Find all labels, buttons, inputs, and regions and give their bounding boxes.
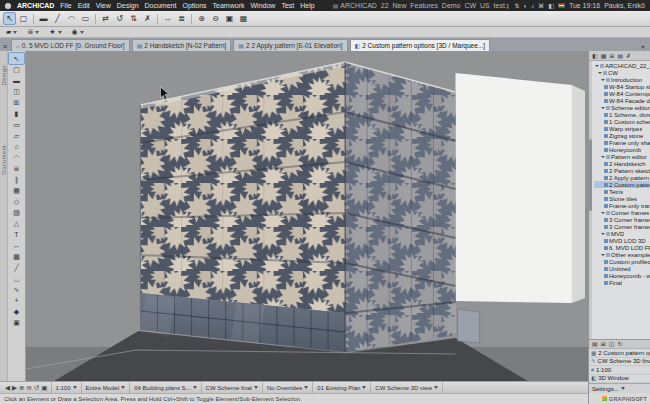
navigator-tree-item[interactable]: W-84 Contemporar... xyxy=(594,90,650,97)
layout-book-icon[interactable]: ▤ xyxy=(617,53,623,59)
layer-combination-value[interactable]: ✎ CW Scheme 3D final xyxy=(589,358,650,367)
navigator-tree-item[interactable]: 2 Apply pattern xyxy=(594,174,650,181)
navigator-tree-item[interactable]: 2 Custom pattern... xyxy=(594,181,650,188)
wall-tool-icon[interactable]: ▬ xyxy=(9,75,24,86)
control-center-menu-extra-icon[interactable]: ◧ xyxy=(548,3,554,9)
navigator-tree-item[interactable]: Tetris xyxy=(594,188,650,195)
navigator-tree-item[interactable]: 6. MVD LOD FF xyxy=(594,244,650,251)
navigator-tree-item[interactable]: 2 Handsketch xyxy=(594,160,650,167)
move-icon[interactable]: ⇄ xyxy=(99,12,112,25)
camera-tool-icon[interactable]: ▣ xyxy=(9,317,24,328)
navigator-tree-item[interactable]: Scheme editor xyxy=(594,104,650,111)
menu-options[interactable]: Options xyxy=(182,2,206,9)
zoom-in-icon[interactable]: ⊕ xyxy=(19,384,24,392)
properties-icon[interactable]: ▤ xyxy=(592,341,598,347)
back-icon[interactable]: ◀ xyxy=(5,384,10,392)
marquee-tool-icon[interactable]: ▢ xyxy=(17,12,30,25)
orbit-icon[interactable]: ↺ xyxy=(34,384,39,392)
tab-list-icon[interactable]: ≡ xyxy=(3,43,7,50)
pen-set-selector[interactable]: CW Scheme final xyxy=(202,382,263,393)
navigator-tree-item[interactable]: Unitized xyxy=(594,265,650,272)
marquee-tool-icon[interactable]: ▢ xyxy=(9,64,24,75)
menu-design[interactable]: Design xyxy=(117,2,139,9)
pen-set-dropdown[interactable]: ▰ xyxy=(4,28,19,36)
navigator-tree-item[interactable]: Honeycomb - wind... xyxy=(594,272,650,279)
navigator-tree-item[interactable]: Corner frames xyxy=(594,209,650,216)
tree-expand-icon[interactable] xyxy=(601,156,605,158)
zone-tool-icon[interactable]: ▨ xyxy=(9,207,24,218)
beam-tool-icon[interactable]: ▭ xyxy=(9,119,24,130)
dimension-tool-icon[interactable]: ↔ xyxy=(9,240,24,251)
dimension-icon[interactable]: ↔ xyxy=(161,12,174,25)
tab-custom-pattern-options[interactable]: ◧ 2 Custom pattern options [3D / Marquee… xyxy=(350,39,491,51)
project-map-icon[interactable]: ▦ xyxy=(601,53,607,59)
menubar-user[interactable]: Pauks, Enikő xyxy=(604,2,645,9)
settings-button[interactable]: Settings... xyxy=(589,383,650,393)
layer-combination-dropdown[interactable]: ≣ xyxy=(25,28,41,36)
new-view-icon[interactable]: ⊞ xyxy=(601,341,606,347)
menu-teamwork[interactable]: Teamwork xyxy=(213,2,245,9)
tree-expand-icon[interactable] xyxy=(601,107,605,109)
tree-scrollbar[interactable] xyxy=(589,61,592,339)
window-tool-icon[interactable]: ⊞ xyxy=(9,97,24,108)
tab-apply-pattern[interactable]: ▤ 2 2 Apply pattern [E-01 Elevation] xyxy=(233,39,347,51)
navigator-tree-item[interactable]: W-84 Startup slide xyxy=(594,83,650,90)
navigator-tree-item[interactable]: CW xyxy=(594,69,650,76)
navigator-tree-item[interactable]: Other examples xyxy=(594,251,650,258)
line-tool-icon[interactable]: ╱ xyxy=(51,12,64,25)
mirror-icon[interactable]: ⇅ xyxy=(127,12,140,25)
close-icon[interactable]: ✗ xyxy=(626,53,631,59)
renovation-filter-selector[interactable]: 01 Existing Plan xyxy=(313,382,371,393)
menu-view[interactable]: View xyxy=(96,2,111,9)
layer-combination-selector[interactable]: 04 Building plans S... xyxy=(130,382,201,393)
spline-tool-icon[interactable]: ∿ xyxy=(9,284,24,295)
input-language-flag-icon[interactable] xyxy=(558,3,565,8)
rotate-icon[interactable]: ↺ xyxy=(113,12,126,25)
navigator-tree-item[interactable]: MVD xyxy=(594,230,650,237)
hotspot-tool-icon[interactable]: + xyxy=(9,295,24,306)
zoom-out-icon[interactable]: ⊖ xyxy=(209,12,222,25)
navigator-tree-item[interactable]: 3 Corner frames xyxy=(594,216,650,223)
morph-tool-icon[interactable]: ◇ xyxy=(9,196,24,207)
project-chooser-icon[interactable]: ◧ xyxy=(592,53,598,59)
display-menu-extra-icon[interactable]: ◐ xyxy=(524,3,528,9)
clone-icon[interactable]: ◫ xyxy=(609,341,615,347)
menu-help[interactable]: Help xyxy=(300,2,314,9)
navigator-tree-item[interactable]: Custom profiled fr... xyxy=(594,258,650,265)
tree-expand-icon[interactable] xyxy=(601,254,605,256)
navigator-tree-item[interactable]: MVD LOD 3D xyxy=(594,237,650,244)
line-tool-icon[interactable]: ╱ xyxy=(9,262,24,273)
shell-tool-icon[interactable]: ◠ xyxy=(9,152,24,163)
roof-tool-icon[interactable]: ⌂ xyxy=(9,141,24,152)
menu-window[interactable]: Window xyxy=(250,2,275,9)
layers-icon[interactable]: ≣ xyxy=(175,12,188,25)
app-menu[interactable]: ARCHICAD xyxy=(17,2,54,9)
split-icon[interactable]: ✗ xyxy=(141,12,154,25)
door-tool-icon[interactable]: ◫ xyxy=(9,86,24,97)
current-view-name[interactable]: ▦ 2 Custom pattern optio... xyxy=(589,349,650,358)
spotlight-menu-extra-icon[interactable]: ⌘ xyxy=(538,3,544,9)
tab-ground-floor[interactable]: ⌂ 0. 5 MVD LOD FF [0. Ground Floor] xyxy=(11,39,130,51)
navigator-tree-item[interactable]: Honeycomb xyxy=(594,146,650,153)
fit-in-window-icon[interactable]: ▣ xyxy=(223,12,236,25)
stair-tool-icon[interactable]: ≣ xyxy=(9,163,24,174)
navigator-tree-item[interactable]: Final xyxy=(594,279,650,286)
navigator-tree-item[interactable]: Frame-only trans... xyxy=(594,202,650,209)
tab-overflow-icon[interactable] xyxy=(641,46,645,49)
capture-icon[interactable]: ◉ xyxy=(70,28,86,36)
arc-tool-icon[interactable]: ◡ xyxy=(9,273,24,284)
navigator-tree-item[interactable]: 1 Scheme, division... xyxy=(594,111,650,118)
tab-handsketch[interactable]: ▤ 2 Handsketch [N-02 Pattern] xyxy=(132,39,232,51)
window-type-value[interactable]: ◧ 3D Window xyxy=(589,375,650,384)
forward-icon[interactable]: ▶ xyxy=(12,384,17,392)
object-tool-icon[interactable]: ◆ xyxy=(9,306,24,317)
graphic-override-selector[interactable]: No Overrides xyxy=(263,382,313,393)
wall-tool-icon[interactable]: ▬ xyxy=(37,12,50,25)
text-tool-icon[interactable]: T xyxy=(9,229,24,240)
toolbar-button[interactable] xyxy=(31,12,36,25)
favorites-icon[interactable]: ★ xyxy=(47,28,63,36)
fill-tool-icon[interactable]: ▩ xyxy=(9,251,24,262)
toolbar-button[interactable] xyxy=(93,12,98,25)
menu-document[interactable]: Document xyxy=(145,2,177,9)
navigator-tree-item[interactable]: 2 Pattern sketch xyxy=(594,167,650,174)
